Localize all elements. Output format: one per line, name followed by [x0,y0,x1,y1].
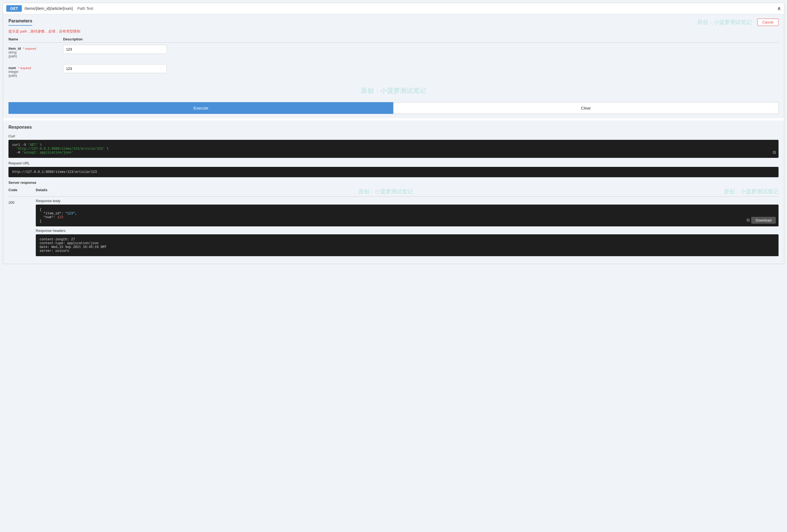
annotation-red: 提示是 path，路径参数，必填，还有类型限制 [8,29,80,34]
watermark2: 原创：小菠萝测试笔记 [361,87,426,94]
param-type-item-id: string [8,50,63,54]
col-name: Name [8,37,63,41]
response-details-200: Response body { "item_id": "123", "num":… [36,199,779,256]
body-line1: { [40,208,775,212]
params-table: Name Description item_id * required stri… [8,36,779,98]
download-button[interactable]: Download [751,217,776,224]
response-col-code: Code [8,188,36,195]
header-path: /items/{item_id}/article/{num} [25,6,73,10]
col-description: Description [63,37,779,41]
curl-line3: -H 'accept: application/json' [12,151,775,154]
watermark1: 原创：小菠萝测试笔记 [697,19,752,26]
param-input-num[interactable] [63,64,167,73]
response-headers-label: Response headers [36,229,779,233]
response-col-details: Details [36,188,47,195]
parameters-header-left: Parameters 提示是 path，路径参数，必填，还有类型限制 [8,19,80,36]
param-input-wrapper-item-id [63,45,779,54]
response-copy-icon[interactable]: ⧉ [747,218,750,223]
param-row-item-id: item_id * required string (path) [8,45,779,60]
header-content-type: content-type: application/json [40,241,775,245]
header-title: Path Test [77,6,93,10]
close-icon[interactable]: ∧ [777,5,781,12]
param-row-num: num * required integer (path) [8,64,779,79]
header-server: server: uvicorn [40,249,775,253]
curl-line2: 'http://127.0.0.1:8080/items/123/article… [12,147,775,151]
body-line3: "num": 123 [40,215,775,219]
responses-section: Responses Curl curl -X 'GET' \ 'http://1… [3,121,784,264]
param-type-num: integer [8,70,63,74]
param-name-block-num: num * required integer (path) [8,64,63,79]
response-code-200: 200 [8,199,36,256]
curl-line1: curl -X 'GET' \ [12,143,775,147]
param-input-item-id[interactable] [63,45,167,54]
clear-button[interactable]: Clear [393,102,779,114]
param-location-item-id: (path) [8,54,63,58]
watermark2-block: 原创：小菠萝测试笔记 [8,84,779,98]
param-input-wrapper-num [63,64,779,73]
header-left: GET /items/{item_id}/article/{num} Path … [6,5,93,12]
responses-title: Responses [8,125,779,130]
watermark4: 原创：小菠萝测试笔记 [724,188,779,195]
body-line2: "item_id": "123", [40,212,775,215]
body-line4: } [40,219,775,223]
response-body-block: { "item_id": "123", "num": 123 } ⧉ Downl… [36,205,779,227]
parameters-title: Parameters [8,19,32,26]
curl-label: Curl [8,134,779,138]
param-name-block-item-id: item_id * required string (path) [8,45,63,60]
copy-icon[interactable]: ⧉ [773,150,776,155]
request-url-label: Request URL [8,161,779,165]
param-name-item-id: item_id [8,46,21,50]
curl-block: curl -X 'GET' \ 'http://127.0.0.1:8080/i… [8,140,779,158]
response-row-200: 200 Response body { "item_id": "123", "n… [8,199,779,256]
parameters-section: Parameters 提示是 path，路径参数，必填，还有类型限制 原创：小菠… [3,14,784,118]
response-actions: ⧉ Download [747,217,776,224]
action-bar: Execute Clear [8,102,779,114]
param-required-item-id: * required [23,47,36,50]
server-response-title: Server response [8,180,779,185]
header-date: date: Wed,15 Sep 2021 16:45:19 GMT [40,245,775,249]
params-header: Name Description [8,36,779,43]
header-content-length: content-length: 27 [40,238,775,241]
param-required-num: * required [18,66,31,70]
param-location-num: (path) [8,74,63,78]
response-body-label: Response body [36,199,779,203]
execute-button[interactable]: Execute [8,102,393,114]
response-table-header: Code Details 原创：小菠萝测试笔记 原创：小菠萝测试笔记 [8,187,779,197]
response-col-details-row: Details 原创：小菠萝测试笔记 原创：小菠萝测试笔记 [36,188,779,195]
request-url-block: http://127.0.0.1:8080/items/123/article/… [8,167,779,177]
cancel-button[interactable]: Cancel [757,19,779,26]
param-name-num: num [8,66,16,70]
request-url-value: http://127.0.0.1:8080/items/123/article/… [12,170,97,174]
method-badge: GET [6,5,22,12]
watermark3: 原创：小菠萝测试笔记 [358,188,413,195]
response-headers-block: content-length: 27 content-type: applica… [36,234,779,256]
